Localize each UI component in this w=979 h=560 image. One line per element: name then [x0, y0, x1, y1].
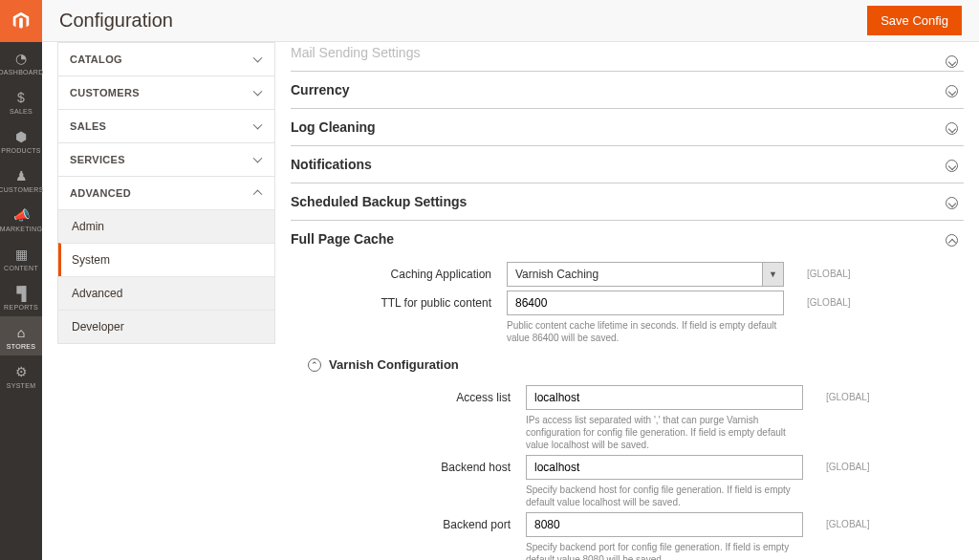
section-title: Currency — [291, 82, 943, 97]
varnish-config-group[interactable]: ⌃ Varnish Configuration — [308, 357, 943, 372]
scope-label: [GLOBAL] — [784, 291, 851, 308]
section-backup[interactable]: Scheduled Backup Settings — [291, 183, 964, 221]
section-mail-sending[interactable]: Mail Sending Settings — [291, 42, 964, 72]
section-title[interactable]: Full Page Cache — [291, 231, 943, 247]
chevron-down-icon: ▼ — [762, 263, 783, 286]
scope-label: [GLOBAL] — [784, 262, 851, 279]
tab-item-developer[interactable]: Developer — [58, 310, 274, 343]
section-log-cleaning[interactable]: Log Cleaning — [291, 109, 964, 146]
caching-application-select[interactable]: Varnish Caching ▼ — [507, 262, 784, 287]
system-icon: ⚙ — [12, 363, 30, 380]
ttl-input[interactable] — [507, 291, 784, 315]
tab-sales[interactable]: SALES — [58, 110, 274, 142]
save-config-button[interactable]: Save Config — [867, 6, 962, 35]
stores-icon: ⌂ — [12, 324, 30, 341]
dashboard-icon: ◔ — [12, 50, 30, 67]
section-notifications[interactable]: Notifications — [291, 146, 964, 183]
nav-system[interactable]: ⚙SYSTEM — [0, 355, 42, 395]
backend-port-hint: Specify backend port for config file gen… — [526, 541, 803, 560]
nav-sales[interactable]: $SALES — [0, 81, 42, 120]
titlebar: Configuration Save Config — [42, 0, 979, 42]
access-list-hint: IPs access list separated with ',' that … — [526, 414, 803, 451]
sales-icon: $ — [12, 89, 30, 106]
tab-services[interactable]: SERVICES — [58, 143, 274, 176]
reports-icon: ▝▌ — [12, 285, 30, 302]
tab-catalog[interactable]: CATALOG — [58, 43, 274, 75]
backend-host-hint: Specify backend host for config file gen… — [526, 484, 803, 508]
tab-advanced[interactable]: ADVANCED — [58, 177, 274, 209]
section-title: Scheduled Backup Settings — [291, 194, 943, 209]
tab-customers[interactable]: CUSTOMERS — [58, 76, 274, 109]
section-title: Log Cleaning — [291, 119, 943, 135]
nav-reports[interactable]: ▝▌REPORTS — [0, 277, 42, 316]
tab-item-advanced[interactable]: Advanced — [58, 276, 274, 310]
page-title: Configuration — [59, 10, 173, 32]
products-icon: ⬢ — [12, 128, 30, 145]
config-tabs: CATALOG CUSTOMERS SALES SERVICES ADVANCE… — [57, 42, 275, 344]
backend-host-input[interactable] — [526, 455, 803, 480]
nav-products[interactable]: ⬢PRODUCTS — [0, 120, 42, 160]
magento-logo-icon — [11, 11, 32, 32]
access-list-input[interactable] — [526, 385, 803, 410]
logo[interactable] — [0, 0, 42, 42]
sections: Mail Sending Settings Currency Log Clean… — [291, 42, 964, 560]
content-icon: ▦ — [12, 246, 30, 263]
ttl-hint: Public content cache lifetime in seconds… — [507, 319, 784, 344]
section-full-page-cache: Full Page Cache Caching Application Varn… — [291, 221, 964, 560]
marketing-icon: 📣 — [12, 206, 30, 224]
ttl-label: TTL for public content — [291, 291, 507, 310]
tab-item-admin[interactable]: Admin — [58, 209, 274, 243]
section-title: Notifications — [291, 157, 943, 172]
access-list-label: Access list — [310, 385, 526, 404]
section-title: Mail Sending Settings — [291, 45, 943, 60]
customers-icon: ♟ — [12, 167, 30, 184]
collapse-icon: ⌃ — [308, 358, 321, 372]
backend-port-label: Backend port — [310, 512, 526, 531]
backend-port-input[interactable] — [526, 512, 803, 537]
tab-item-system[interactable]: System — [58, 243, 274, 276]
scope-label: [GLOBAL] — [803, 512, 870, 529]
nav-dashboard[interactable]: ◔DASHBOARD — [0, 42, 42, 81]
admin-sidebar: ◔DASHBOARD $SALES ⬢PRODUCTS ♟CUSTOMERS 📣… — [0, 0, 42, 560]
section-currency[interactable]: Currency — [291, 72, 964, 109]
backend-host-label: Backend host — [310, 455, 526, 474]
scope-label: [GLOBAL] — [803, 455, 870, 472]
scope-label: [GLOBAL] — [803, 385, 870, 402]
caching-application-label: Caching Application — [291, 262, 507, 281]
nav-content[interactable]: ▦CONTENT — [0, 238, 42, 277]
nav-marketing[interactable]: 📣MARKETING — [0, 199, 42, 238]
nav-customers[interactable]: ♟CUSTOMERS — [0, 160, 42, 199]
nav-stores[interactable]: ⌂STORES — [0, 316, 42, 355]
